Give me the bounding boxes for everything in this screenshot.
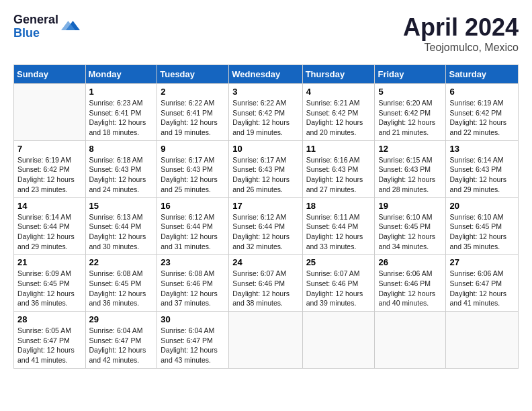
logo-text: General Blue: [13, 13, 58, 40]
day-number: 11: [306, 144, 371, 154]
calendar-cell: [446, 312, 519, 369]
cell-info: Sunrise: 6:15 AMSunset: 6:43 PMDaylight:…: [378, 155, 442, 195]
day-number: 28: [17, 314, 82, 324]
calendar-cell: 4Sunrise: 6:21 AMSunset: 6:42 PMDaylight…: [302, 84, 375, 141]
cell-info: Sunrise: 6:22 AMSunset: 6:41 PMDaylight:…: [161, 98, 225, 138]
calendar-cell: 19Sunrise: 6:10 AMSunset: 6:45 PMDayligh…: [375, 197, 446, 255]
cell-info: Sunrise: 6:07 AMSunset: 6:46 PMDaylight:…: [306, 269, 371, 308]
day-number: 19: [378, 201, 442, 211]
calendar-cell: 22Sunrise: 6:08 AMSunset: 6:45 PMDayligh…: [85, 255, 157, 312]
day-number: 21: [17, 257, 82, 267]
cell-info: Sunrise: 6:12 AMSunset: 6:44 PMDaylight:…: [161, 212, 225, 252]
day-number: 7: [17, 144, 82, 154]
cell-info: Sunrise: 6:16 AMSunset: 6:43 PMDaylight:…: [306, 155, 371, 195]
calendar-week-row: 21Sunrise: 6:09 AMSunset: 6:45 PMDayligh…: [14, 255, 519, 312]
page-header: General Blue April 2024 Teojomulco, Mexi…: [13, 13, 519, 54]
cell-info: Sunrise: 6:22 AMSunset: 6:42 PMDaylight:…: [232, 98, 298, 138]
calendar-cell: 24Sunrise: 6:07 AMSunset: 6:46 PMDayligh…: [229, 255, 302, 312]
weekday-header: Thursday: [302, 65, 375, 84]
day-number: 30: [161, 314, 225, 324]
cell-info: Sunrise: 6:06 AMSunset: 6:46 PMDaylight:…: [378, 269, 442, 308]
logo-icon: [61, 16, 80, 35]
day-number: 18: [306, 201, 371, 211]
calendar-cell: 3Sunrise: 6:22 AMSunset: 6:42 PMDaylight…: [229, 84, 302, 141]
calendar-cell: 13Sunrise: 6:14 AMSunset: 6:43 PMDayligh…: [446, 140, 519, 197]
day-number: 1: [89, 87, 154, 97]
calendar-cell: 15Sunrise: 6:13 AMSunset: 6:44 PMDayligh…: [85, 197, 157, 255]
calendar-cell: 16Sunrise: 6:12 AMSunset: 6:44 PMDayligh…: [157, 197, 229, 255]
day-number: 13: [449, 144, 515, 154]
weekday-header: Saturday: [446, 65, 519, 84]
calendar-week-row: 1Sunrise: 6:23 AMSunset: 6:41 PMDaylight…: [14, 84, 519, 141]
cell-info: Sunrise: 6:10 AMSunset: 6:45 PMDaylight:…: [378, 212, 442, 252]
day-number: 26: [378, 257, 442, 267]
cell-info: Sunrise: 6:21 AMSunset: 6:42 PMDaylight:…: [306, 98, 371, 138]
day-number: 20: [449, 201, 515, 211]
cell-info: Sunrise: 6:19 AMSunset: 6:42 PMDaylight:…: [449, 98, 515, 138]
calendar-cell: 30Sunrise: 6:04 AMSunset: 6:47 PMDayligh…: [157, 312, 229, 369]
calendar-cell: 6Sunrise: 6:19 AMSunset: 6:42 PMDaylight…: [446, 84, 519, 141]
calendar-cell: 18Sunrise: 6:11 AMSunset: 6:44 PMDayligh…: [302, 197, 375, 255]
day-number: 12: [378, 144, 442, 154]
logo-blue: Blue: [13, 27, 58, 40]
calendar-cell: 12Sunrise: 6:15 AMSunset: 6:43 PMDayligh…: [375, 140, 446, 197]
cell-info: Sunrise: 6:17 AMSunset: 6:43 PMDaylight:…: [161, 155, 225, 195]
calendar-cell: 20Sunrise: 6:10 AMSunset: 6:45 PMDayligh…: [446, 197, 519, 255]
cell-info: Sunrise: 6:11 AMSunset: 6:44 PMDaylight:…: [306, 212, 371, 252]
logo-general: General: [13, 13, 58, 27]
day-number: 3: [232, 87, 298, 97]
title-block: April 2024 Teojomulco, Mexico: [403, 13, 519, 54]
calendar-cell: 17Sunrise: 6:12 AMSunset: 6:44 PMDayligh…: [229, 197, 302, 255]
cell-info: Sunrise: 6:23 AMSunset: 6:41 PMDaylight:…: [89, 98, 154, 138]
cell-info: Sunrise: 6:18 AMSunset: 6:43 PMDaylight:…: [89, 155, 154, 195]
cell-info: Sunrise: 6:06 AMSunset: 6:47 PMDaylight:…: [449, 269, 515, 308]
calendar-week-row: 7Sunrise: 6:19 AMSunset: 6:42 PMDaylight…: [14, 140, 519, 197]
calendar-cell: 14Sunrise: 6:14 AMSunset: 6:44 PMDayligh…: [14, 197, 86, 255]
calendar-cell: 10Sunrise: 6:17 AMSunset: 6:43 PMDayligh…: [229, 140, 302, 197]
calendar-cell: [375, 312, 446, 369]
day-number: 8: [89, 144, 154, 154]
calendar-cell: 7Sunrise: 6:19 AMSunset: 6:42 PMDaylight…: [14, 140, 86, 197]
calendar-week-row: 28Sunrise: 6:05 AMSunset: 6:47 PMDayligh…: [14, 312, 519, 369]
calendar-cell: 11Sunrise: 6:16 AMSunset: 6:43 PMDayligh…: [302, 140, 375, 197]
logo: General Blue: [13, 13, 80, 40]
calendar-cell: 8Sunrise: 6:18 AMSunset: 6:43 PMDaylight…: [85, 140, 157, 197]
cell-info: Sunrise: 6:09 AMSunset: 6:45 PMDaylight:…: [17, 269, 82, 308]
calendar-table: SundayMondayTuesdayWednesdayThursdayFrid…: [13, 64, 519, 369]
calendar-cell: [229, 312, 302, 369]
location: Teojomulco, Mexico: [403, 42, 519, 54]
cell-info: Sunrise: 6:05 AMSunset: 6:47 PMDaylight:…: [17, 326, 82, 365]
cell-info: Sunrise: 6:14 AMSunset: 6:44 PMDaylight:…: [17, 212, 82, 252]
calendar-cell: 28Sunrise: 6:05 AMSunset: 6:47 PMDayligh…: [14, 312, 86, 369]
day-number: 27: [449, 257, 515, 267]
day-number: 23: [161, 257, 225, 267]
day-number: 15: [89, 201, 154, 211]
day-number: 6: [449, 87, 515, 97]
calendar-cell: 9Sunrise: 6:17 AMSunset: 6:43 PMDaylight…: [157, 140, 229, 197]
cell-info: Sunrise: 6:04 AMSunset: 6:47 PMDaylight:…: [89, 326, 154, 365]
calendar-cell: [14, 84, 86, 141]
day-number: 24: [232, 257, 298, 267]
calendar-cell: 25Sunrise: 6:07 AMSunset: 6:46 PMDayligh…: [302, 255, 375, 312]
calendar-cell: 29Sunrise: 6:04 AMSunset: 6:47 PMDayligh…: [85, 312, 157, 369]
calendar-cell: 21Sunrise: 6:09 AMSunset: 6:45 PMDayligh…: [14, 255, 86, 312]
calendar-cell: 27Sunrise: 6:06 AMSunset: 6:47 PMDayligh…: [446, 255, 519, 312]
cell-info: Sunrise: 6:19 AMSunset: 6:42 PMDaylight:…: [17, 155, 82, 195]
day-number: 17: [232, 201, 298, 211]
day-number: 22: [89, 257, 154, 267]
month-title: April 2024: [403, 13, 519, 42]
cell-info: Sunrise: 6:17 AMSunset: 6:43 PMDaylight:…: [232, 155, 298, 195]
calendar-week-row: 14Sunrise: 6:14 AMSunset: 6:44 PMDayligh…: [14, 197, 519, 255]
cell-info: Sunrise: 6:13 AMSunset: 6:44 PMDaylight:…: [89, 212, 154, 252]
day-number: 25: [306, 257, 371, 267]
weekday-header: Wednesday: [229, 65, 302, 84]
weekday-header: Sunday: [14, 65, 86, 84]
weekday-header: Monday: [85, 65, 157, 84]
calendar-cell: 2Sunrise: 6:22 AMSunset: 6:41 PMDaylight…: [157, 84, 229, 141]
day-number: 16: [161, 201, 225, 211]
day-number: 5: [378, 87, 442, 97]
weekday-header: Friday: [375, 65, 446, 84]
cell-info: Sunrise: 6:10 AMSunset: 6:45 PMDaylight:…: [449, 212, 515, 252]
calendar-cell: 1Sunrise: 6:23 AMSunset: 6:41 PMDaylight…: [85, 84, 157, 141]
day-number: 2: [161, 87, 225, 97]
